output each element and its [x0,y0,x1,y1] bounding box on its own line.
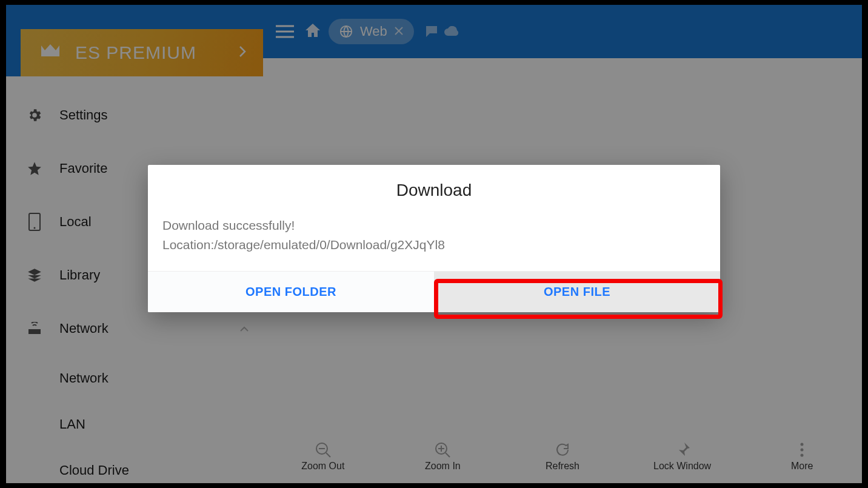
app-screen: ES PREMIUM Settings Favorite [6,5,862,483]
dialog-actions: OPEN FOLDER OPEN FILE [148,271,720,312]
open-file-button[interactable]: OPEN FILE [434,272,720,312]
dialog-message-line: Location:/storage/emulated/0/Download/g2… [162,235,706,255]
open-folder-button[interactable]: OPEN FOLDER [148,272,434,312]
dialog-message-line: Download successfully! [162,216,706,235]
download-dialog: Download Download successfully! Location… [148,165,720,312]
dialog-title: Download [148,165,720,210]
dialog-body: Download successfully! Location:/storage… [148,210,720,271]
modal-overlay[interactable]: Download Download successfully! Location… [6,5,862,483]
